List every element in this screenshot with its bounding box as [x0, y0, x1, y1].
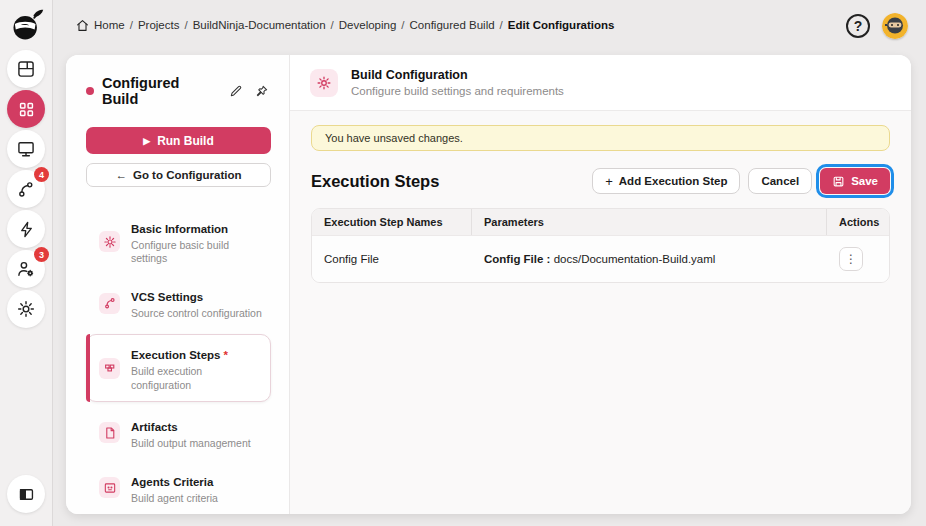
- page-header: Build Configuration Configure build sett…: [290, 55, 911, 111]
- user-gear-icon: [16, 259, 36, 279]
- collapse-sidebar-icon: [17, 485, 36, 504]
- plus-icon: +: [605, 174, 613, 189]
- parameter-value: docs/Documentation-Build.yaml: [554, 253, 716, 265]
- save-button[interactable]: Save: [820, 168, 890, 194]
- nav-subtitle: Source control configuration: [131, 307, 262, 320]
- table-header-row: Execution Step Names Parameters Actions: [312, 209, 889, 235]
- section-title: Execution Steps: [311, 172, 439, 191]
- row-menu-button[interactable]: ⋮: [839, 247, 863, 271]
- column-header-actions: Actions: [827, 209, 889, 235]
- nav-item-artifacts[interactable]: Artifacts Build output management: [86, 409, 271, 457]
- parameter-label: Config File :: [484, 253, 550, 265]
- nav-item-execution-steps[interactable]: Execution Steps* Build execution configu…: [86, 334, 271, 401]
- rail-vcs-button[interactable]: 4: [7, 170, 45, 208]
- go-to-configuration-button[interactable]: ← Go to Configuration: [86, 163, 271, 187]
- edit-build-button[interactable]: [227, 82, 245, 100]
- help-button[interactable]: ?: [846, 14, 870, 38]
- breadcrumb-projects[interactable]: Projects: [138, 19, 180, 31]
- rail-agents-button[interactable]: 3: [7, 250, 45, 288]
- breadcrumb-separator: /: [500, 19, 503, 31]
- vcs-badge: 4: [34, 167, 49, 182]
- table-row: Config File Config File : docs/Documenta…: [312, 235, 889, 282]
- column-header-step-names: Execution Step Names: [312, 209, 472, 235]
- git-branch-icon: [99, 293, 120, 314]
- nav-title: Basic Information: [131, 223, 228, 235]
- git-branch-icon: [16, 179, 36, 199]
- nav-subtitle: Build agent criteria: [131, 492, 218, 505]
- app-window: 4 3: [0, 0, 926, 526]
- breadcrumb-home[interactable]: Home: [94, 19, 125, 31]
- nav-subtitle: Build output management: [131, 437, 251, 450]
- go-to-configuration-label: Go to Configuration: [133, 169, 242, 181]
- user-avatar[interactable]: [882, 13, 908, 39]
- actions-cell: ⋮: [827, 236, 889, 282]
- buildninja-logo-icon: [9, 7, 45, 43]
- add-execution-step-label: Add Execution Step: [619, 175, 728, 187]
- monitor-icon: [16, 139, 36, 159]
- page-title: Build Configuration: [351, 68, 564, 82]
- breadcrumb-separator: /: [331, 19, 334, 31]
- nav-title: Execution Steps*: [131, 349, 228, 361]
- play-icon: ▶: [143, 136, 150, 146]
- back-arrow-icon: ←: [115, 169, 127, 181]
- agent-card-icon: [99, 477, 120, 498]
- cancel-button[interactable]: Cancel: [748, 168, 812, 194]
- config-nav: Basic Information Configure basic build …: [86, 211, 271, 514]
- run-build-button[interactable]: ▶ Run Build: [86, 127, 271, 154]
- gear-icon: [99, 231, 120, 252]
- breadcrumb-current: Edit Configurations: [508, 19, 615, 31]
- breadcrumb-developing[interactable]: Developing: [339, 19, 397, 31]
- build-config-gear-icon: [310, 69, 338, 97]
- content-area: You have unsaved changes. Execution Step…: [290, 111, 911, 514]
- question-mark-icon: ?: [854, 18, 863, 34]
- step-name-cell: Config File: [312, 242, 472, 276]
- column-header-parameters: Parameters: [472, 209, 827, 235]
- save-disk-icon: [832, 175, 845, 188]
- breadcrumb-separator: /: [401, 19, 404, 31]
- main-content: Build Configuration Configure build sett…: [290, 55, 911, 514]
- rail-settings-button[interactable]: [7, 290, 45, 328]
- rail-collapse-button[interactable]: [7, 475, 45, 513]
- kebab-menu-icon: ⋮: [845, 252, 857, 266]
- pencil-icon: [229, 84, 243, 98]
- top-bar: Home / Projects / BuildNinja-Documentati…: [53, 0, 926, 50]
- nav-item-basic-information[interactable]: Basic Information Configure basic build …: [86, 211, 271, 272]
- file-icon: [99, 422, 120, 443]
- breadcrumb-separator: /: [184, 19, 187, 31]
- run-build-label: Run Build: [157, 134, 214, 148]
- agents-badge: 3: [34, 247, 49, 262]
- nav-item-agents-criteria[interactable]: Agents Criteria Build agent criteria: [86, 464, 271, 512]
- nav-title: Artifacts: [131, 421, 178, 433]
- nav-title: VCS Settings: [131, 291, 203, 303]
- pin-build-button[interactable]: [253, 82, 271, 100]
- apps-grid-icon: [17, 100, 36, 119]
- execution-steps-icon: [99, 358, 120, 379]
- breadcrumb-project-name[interactable]: BuildNinja-Documentation: [193, 19, 326, 31]
- nav-item-vcs-settings[interactable]: VCS Settings Source control configuratio…: [86, 279, 271, 327]
- unsaved-changes-banner: You have unsaved changes.: [311, 125, 890, 151]
- breadcrumb: Home / Projects / BuildNinja-Documentati…: [76, 19, 614, 32]
- dashboard-layout-icon: [16, 59, 36, 79]
- icon-rail: 4 3: [0, 0, 53, 526]
- required-asterisk: *: [223, 349, 227, 361]
- lightning-icon: [17, 220, 36, 239]
- rail-actions-button[interactable]: [7, 210, 45, 248]
- main-card: Configured Build: [66, 55, 911, 514]
- page-subtitle: Configure build settings and requirement…: [351, 85, 564, 97]
- home-icon: [76, 19, 89, 32]
- build-status-dot: [86, 87, 94, 95]
- breadcrumb-configured-build[interactable]: Configured Build: [410, 19, 495, 31]
- rail-monitor-button[interactable]: [7, 130, 45, 168]
- execution-steps-table: Execution Step Names Parameters Actions …: [311, 208, 890, 283]
- nav-title: Agents Criteria: [131, 476, 213, 488]
- gear-icon: [16, 299, 36, 319]
- nav-subtitle: Configure basic build settings: [131, 239, 262, 265]
- build-panel: Configured Build: [66, 55, 290, 514]
- breadcrumb-separator: /: [130, 19, 133, 31]
- build-title: Configured Build: [102, 75, 219, 107]
- rail-dashboard-button[interactable]: [7, 50, 45, 88]
- parameters-cell: Config File : docs/Documentation-Build.y…: [472, 242, 827, 276]
- add-execution-step-button[interactable]: + Add Execution Step: [592, 168, 740, 194]
- pin-icon: [255, 84, 269, 98]
- rail-projects-button[interactable]: [7, 90, 45, 128]
